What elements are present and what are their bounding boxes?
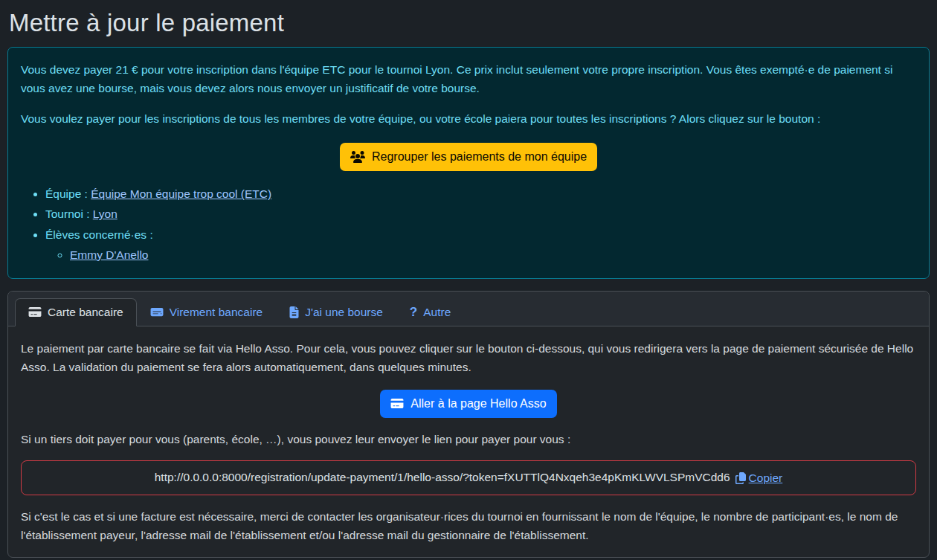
tab-carte-bancaire[interactable]: Carte bancaire [15,298,137,326]
payment-info-alert: Vous devez payer 21 € pour votre inscrip… [7,47,930,279]
list-item-tournament: Tournoi : Lyon [45,205,916,223]
card-paragraph-invoice: Si c'est le cas et si une facture est né… [21,507,916,544]
tab-autre[interactable]: ? Autre [396,298,464,326]
students-sub-list: Emmy D'Anello [45,245,916,264]
team-label: Équipe : [45,187,88,200]
tab-label: Carte bancaire [48,306,123,319]
credit-card-icon [390,398,404,409]
helloasso-button-row: Aller à la page Hello Asso [21,390,916,418]
tab-label: Virement bancaire [170,306,263,319]
payment-methods-card: Carte bancaire Virement bancaire J'ai un… [7,291,930,558]
helloasso-button-label: Aller à la page Hello Asso [410,395,546,413]
list-item-student: Emmy D'Anello [70,245,916,264]
payment-link-box: http://0.0.0.0:8000/registration/update-… [21,460,916,495]
team-link[interactable]: Équipe Mon équipe trop cool (ETC) [91,187,271,200]
registration-summary-list: Équipe : Équipe Mon équipe trop cool (ET… [21,184,916,263]
payment-link-url: http://0.0.0.0:8000/registration/update-… [155,471,730,483]
money-check-icon [150,306,164,318]
users-icon [350,151,365,163]
credit-card-icon [28,306,42,318]
file-invoice-icon [289,306,299,318]
students-label: Élèves concerné·es : [45,228,153,241]
list-item-team: Équipe : Équipe Mon équipe trop cool (ET… [45,184,916,203]
helloasso-button[interactable]: Aller à la page Hello Asso [380,390,556,418]
copy-link[interactable]: Copier [735,469,783,487]
tab-bourse[interactable]: J'ai une bourse [276,298,396,326]
tab-panel-carte-bancaire: Le paiement par carte bancaire se fait v… [8,326,929,557]
tab-label: J'ai une bourse [305,306,383,319]
card-paragraph-third-party: Si un tiers doit payer pour vous (parent… [21,430,916,448]
card-paragraph-helloasso: Le paiement par carte bancaire se fait v… [21,339,916,376]
copy-icon [735,472,746,484]
tab-label: Autre [423,306,451,319]
tournament-link[interactable]: Lyon [93,207,117,220]
copy-link-label: Copier [749,469,783,487]
question-icon: ? [410,306,417,318]
group-payments-button[interactable]: Regrouper les paiements de mon équipe [340,143,597,171]
page-title: Mettre à jour le paiement [9,9,930,37]
group-button-row: Regrouper les paiements de mon équipe [21,143,916,171]
group-payments-button-label: Regrouper les paiements de mon équipe [372,148,587,166]
student-link[interactable]: Emmy D'Anello [70,248,148,261]
list-item-students: Élèves concerné·es : Emmy D'Anello [45,225,916,264]
alert-paragraph-group: Vous voulez payer pour les inscriptions … [21,109,916,128]
tournament-label: Tournoi : [45,207,89,220]
payment-tabs: Carte bancaire Virement bancaire J'ai un… [8,292,929,326]
tab-virement-bancaire[interactable]: Virement bancaire [137,298,277,326]
alert-paragraph-price: Vous devez payer 21 € pour votre inscrip… [21,60,916,97]
